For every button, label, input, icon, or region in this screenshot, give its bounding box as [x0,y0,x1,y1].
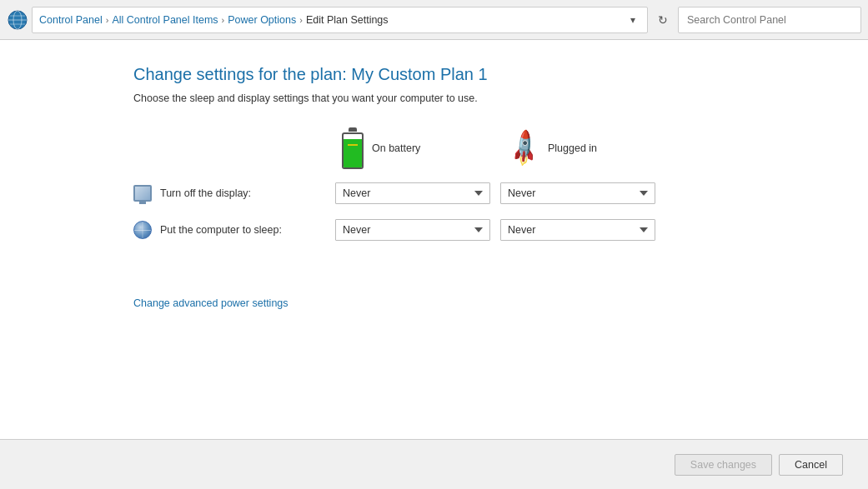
turn-off-display-selects: Never 1 minute 2 minutes 5 minutes 10 mi… [335,182,655,204]
breadcrumb-dropdown-button[interactable]: ▾ [625,12,640,27]
breadcrumb-control-panel[interactable]: Control Panel [39,14,103,26]
refresh-icon: ↻ [658,13,668,27]
save-changes-button[interactable]: Save changes [675,454,772,476]
turn-off-display-label: Turn off the display: [160,187,335,199]
breadcrumb-current: Edit Plan Settings [306,14,389,26]
plugged-column-header: 🚀 Plugged in [509,136,675,161]
app-logo [7,9,28,31]
sleep-row: Put the computer to sleep: Never 1 minut… [133,219,835,241]
monitor-icon [133,185,152,202]
battery-tip-icon [349,127,357,132]
sleep-battery-select[interactable]: Never 1 minute 2 minutes 5 minutes 10 mi… [335,219,490,241]
turn-off-display-plugged-select[interactable]: Never 1 minute 2 minutes 5 minutes 10 mi… [500,182,655,204]
page-title: Change settings for the plan: My Custom … [133,65,835,84]
breadcrumb-sep-2: › [222,15,225,25]
battery-label: On battery [372,142,420,154]
toolbar: Control Panel › All Control Panel Items … [0,0,868,40]
search-input[interactable] [678,7,861,33]
sleep-selects: Never 1 minute 2 minutes 5 minutes 10 mi… [335,219,655,241]
column-headers: On battery 🚀 Plugged in [342,127,835,169]
battery-body-icon [342,132,364,169]
plugged-icon: 🚀 [504,129,544,168]
main-content: Change settings for the plan: My Custom … [0,40,868,439]
plugged-label: Plugged in [548,142,597,154]
turn-off-display-battery-select[interactable]: Never 1 minute 2 minutes 5 minutes 10 mi… [335,182,490,204]
breadcrumb-sep-1: › [106,15,109,25]
breadcrumb[interactable]: Control Panel › All Control Panel Items … [32,7,648,33]
page-subtitle: Choose the sleep and display settings th… [133,92,835,104]
breadcrumb-all-items[interactable]: All Control Panel Items [112,14,218,26]
battery-column-header: On battery [342,127,509,169]
globe-icon [133,221,152,239]
footer: Save changes Cancel [0,439,868,489]
breadcrumb-sep-3: › [299,15,303,25]
turn-off-display-row: Turn off the display: Never 1 minute 2 m… [133,182,835,204]
advanced-power-settings-link[interactable]: Change advanced power settings [133,297,288,309]
cancel-button[interactable]: Cancel [779,454,843,476]
breadcrumb-power-options[interactable]: Power Options [228,14,296,26]
sleep-plugged-select[interactable]: Never 1 minute 2 minutes 5 minutes 10 mi… [500,219,655,241]
refresh-button[interactable]: ↻ [651,8,675,32]
battery-bolt-icon [348,144,358,146]
sleep-label: Put the computer to sleep: [160,224,335,236]
